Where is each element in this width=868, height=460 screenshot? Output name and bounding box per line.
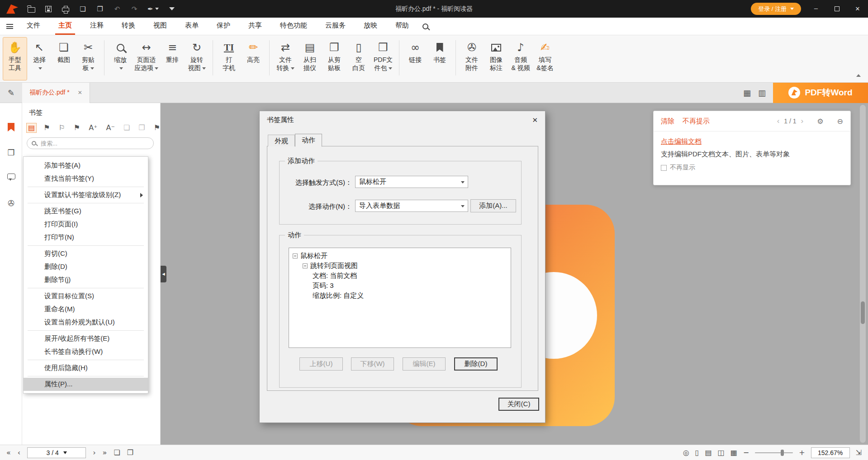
bookmarks-panel-icon[interactable] [0,123,22,131]
add-action-button[interactable]: 添加(A)... [470,199,516,212]
attachments-panel-icon[interactable]: ✇ [0,198,22,208]
auto-scroll-eye-icon[interactable]: ◎ [683,449,689,456]
pages-panel-icon[interactable]: ❐ [0,148,22,157]
page-indicator-box[interactable]: 3 / 4 [27,447,86,458]
document-scrollbar[interactable] [860,105,866,443]
context-menu-item-5[interactable]: 跳至书签(G) [24,205,148,218]
from-clipboard-button[interactable]: ❐从剪贴板 [323,38,346,80]
zoom-out-icon[interactable]: − [743,449,749,456]
pdf-to-word-banner[interactable]: PDF转Word [773,83,868,103]
bookmark-button[interactable]: 书签 [428,38,451,80]
multi-tab-grid-icon[interactable]: ▦ [743,88,751,98]
snapshot-view-icon[interactable]: ❏ [114,449,120,456]
export-pdf-icon[interactable]: ❏ [79,4,87,14]
highlight-button[interactable]: ✏高亮 [242,38,265,80]
audio-video-button[interactable]: ♪音频& 视频 [509,38,532,80]
print-icon[interactable] [62,4,70,14]
quick-edit-pencil-icon[interactable]: ✎ [0,88,22,98]
menu-tab-2[interactable]: 注释 [87,18,107,35]
first-page-icon[interactable]: « [6,449,11,456]
last-page-icon[interactable]: » [103,449,107,456]
action-tree-row-2[interactable]: 文档: 当前文档 [293,271,507,281]
clipboard-view-icon[interactable]: ❐ [127,449,133,456]
tree-expander-icon[interactable] [293,253,298,258]
pen-tool-icon[interactable]: ✒ [147,4,159,14]
menu-tab-10[interactable]: 放映 [360,18,380,35]
facing-continuous-view-icon[interactable]: ▦ [730,449,737,456]
context-menu-item-6[interactable]: 打印页面(I) [24,218,148,231]
redo-icon[interactable]: ↷ [130,4,138,14]
fullscreen-icon[interactable]: ⇲ [856,449,862,456]
dialog-close-icon[interactable]: ✕ [532,116,538,124]
reflow-button[interactable]: ≡重排 [161,38,184,80]
menu-tab-4[interactable]: 视图 [150,18,170,35]
zoom-slider[interactable] [755,452,793,453]
collapse-bookmark-icon[interactable]: A⁻ [105,123,116,132]
context-menu-item-0[interactable]: 添加书签(A) [24,159,148,172]
context-menu-item-17[interactable]: 展开/收起所有书签(E) [24,332,148,345]
single-page-view-icon[interactable]: ▯ [695,449,699,456]
no-prompt-link[interactable]: 不再提示 [683,117,710,126]
tab-close-icon[interactable]: ✕ [78,89,82,96]
menu-tab-5[interactable]: 表单 [182,18,202,35]
action-tree-row-4[interactable]: 缩放比例: 自定义 [293,291,507,300]
dialog-close-button[interactable]: 关闭(C) [498,398,539,411]
file-attachment-button[interactable]: ✇文件附件 [460,38,484,80]
open-file-icon[interactable] [27,4,35,14]
image-annotation-button[interactable]: 图像标注 [484,38,508,80]
move-up-button[interactable]: 上移(U) [299,357,343,371]
zoom-slider-thumb[interactable] [781,450,784,456]
rotate-view-button[interactable]: ↻旋转视图 [185,38,209,80]
zoom-button[interactable]: 缩放 [109,38,132,80]
page-list-caret-icon[interactable] [63,451,67,454]
zoom-level-box[interactable]: 152.67% [811,447,850,458]
action-select[interactable]: 导入表单数据 [355,200,468,212]
action-tree-row-1[interactable]: 跳转到页面视图 [293,261,507,271]
zoom-in-icon[interactable]: + [799,449,805,456]
expand-bookmark-icon[interactable]: A⁺ [87,123,99,132]
continuous-view-icon[interactable]: ▤ [705,449,711,456]
actions-tree[interactable]: 鼠标松开跳转到页面视图文档: 当前文档页码: 3缩放比例: 自定义 [289,248,511,348]
tab-action[interactable]: 动作 [295,134,322,147]
document-tab[interactable]: 福昕办公.pdf * ✕ [22,83,90,103]
from-scanner-button[interactable]: ▤从扫描仪 [298,38,322,80]
menu-tab-3[interactable]: 转换 [119,18,138,35]
save-icon[interactable] [44,4,52,14]
context-menu-item-20[interactable]: 使用后隐藏(H) [24,361,148,375]
context-menu-item-9[interactable]: 剪切(C) [24,247,148,260]
context-menu-item-13[interactable]: 设置目标位置(S) [24,290,148,303]
context-menu-item-3[interactable]: 设置默认书签缩放级别(Z) [24,188,148,202]
clear-link[interactable]: 清除 [661,117,674,126]
clipboard-button[interactable]: ✂剪贴板 [76,38,100,80]
context-menu-item-18[interactable]: 长书签自动换行(W) [24,345,148,358]
comments-panel-icon[interactable] [0,172,22,179]
trigger-select[interactable]: 鼠标松开 [355,176,468,188]
tree-expander-icon[interactable] [303,263,308,268]
link-button[interactable]: ∞链接 [403,38,427,80]
blank-page-button[interactable]: ▯空白页 [347,38,370,80]
collapse-all-bookmarks-icon[interactable]: ❐ [137,123,146,132]
typewriter-button[interactable]: TI打字机 [217,38,241,80]
hand-tool-button[interactable]: ✋手型工具 [3,38,27,80]
reading-mode-icon[interactable]: ▥ [758,88,766,98]
prev-tip-icon[interactable]: ‹ [777,117,780,126]
document-scrollbar-thumb[interactable] [861,301,865,324]
menu-tab-7[interactable]: 共享 [245,18,265,35]
action-tree-row-3[interactable]: 页码: 3 [293,281,507,291]
menu-tab-11[interactable]: 帮助 [392,18,412,35]
panel-collapse-handle[interactable]: ◀ [161,266,166,282]
close-window-button[interactable]: ✕ [847,0,868,18]
collapse-ribbon-icon[interactable] [856,70,861,79]
context-menu-item-10[interactable]: 删除(D) [24,260,148,273]
action-tree-row-0[interactable]: 鼠标松开 [293,251,507,261]
tip-settings-gear-icon[interactable]: ⚙ [817,117,823,126]
edit-action-button[interactable]: 编辑(E) [403,357,446,371]
undo-icon[interactable]: ↶ [113,4,121,14]
edit-document-link[interactable]: 点击编辑文档 [661,137,843,146]
expand-all-bookmarks-icon[interactable]: ❏ [122,123,131,132]
move-down-button[interactable]: 下移(W) [351,357,394,371]
context-menu-item-11[interactable]: 删除节(j) [24,273,148,286]
menu-search-button[interactable] [422,23,428,29]
context-menu-item-7[interactable]: 打印节(N) [24,231,148,244]
dont-show-checkbox[interactable] [661,165,667,171]
